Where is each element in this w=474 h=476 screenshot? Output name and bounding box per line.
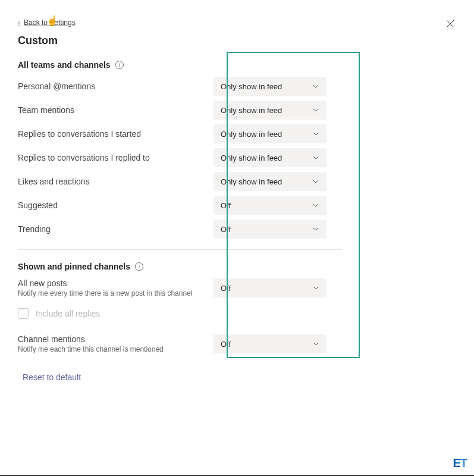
setting-row-trending: Trending Off <box>18 217 456 241</box>
chevron-down-icon <box>312 154 319 161</box>
dropdown-value: Only show in feed <box>221 130 282 139</box>
chevron-down-icon <box>312 178 319 185</box>
dropdown-value: Off <box>221 201 231 210</box>
dropdown-replies-replied[interactable]: Only show in feed <box>214 148 327 167</box>
info-icon[interactable]: i <box>115 61 124 69</box>
dropdown-trending[interactable]: Off <box>214 220 327 239</box>
dropdown-value: Off <box>221 225 231 234</box>
dropdown-replies-started[interactable]: Only show in feed <box>214 124 327 143</box>
setting-label: Replies to conversations I replied to <box>18 153 202 162</box>
section-all-teams-header: All teams and channels i <box>18 60 456 70</box>
setting-label: Channel mentions <box>18 334 202 344</box>
close-button[interactable] <box>444 18 456 30</box>
setting-row-channel-mentions: Channel mentions Notify me each time thi… <box>18 332 456 356</box>
chevron-down-icon <box>312 107 319 114</box>
chevron-down-icon <box>312 83 319 90</box>
checkbox-row-include-replies: Include all replies <box>18 308 456 319</box>
dropdown-value: Off <box>221 284 231 293</box>
setting-row-replies-replied: Replies to conversations I replied to On… <box>18 146 456 170</box>
chevron-down-icon <box>312 340 319 347</box>
setting-row-suggested: Suggested Off <box>18 193 456 217</box>
dropdown-personal-mentions[interactable]: Only show in feed <box>214 77 327 96</box>
dropdown-suggested[interactable]: Off <box>214 196 327 215</box>
section-shown-pinned-title: Shown and pinned channels <box>18 262 130 271</box>
chevron-left-icon: ‹ <box>18 18 20 27</box>
dropdown-likes[interactable]: Only show in feed <box>214 172 327 191</box>
setting-row-replies-started: Replies to conversations I started Only … <box>18 122 456 146</box>
setting-sublabel: Notify me every time there is a new post… <box>18 289 202 298</box>
setting-sublabel: Notify me each time this channel is ment… <box>18 345 202 353</box>
chevron-down-icon <box>312 284 319 292</box>
dropdown-value: Off <box>221 340 231 349</box>
back-link-label: Back to Settings <box>24 18 76 27</box>
dropdown-value: Only show in feed <box>221 106 282 115</box>
dropdown-value: Only show in feed <box>221 177 282 186</box>
setting-row-all-new-posts: All new posts Notify me every time there… <box>18 276 456 300</box>
dropdown-value: Only show in feed <box>221 82 282 91</box>
dropdown-all-new-posts[interactable]: Off <box>214 278 327 298</box>
divider <box>18 249 342 250</box>
setting-label: Suggested <box>18 201 202 210</box>
setting-label: Personal @mentions <box>18 82 202 91</box>
checkbox-label: Include all replies <box>36 309 100 318</box>
setting-label: Likes and reactions <box>18 177 202 186</box>
chevron-down-icon <box>312 202 319 209</box>
watermark: ET <box>453 456 467 470</box>
setting-label: Team mentions <box>18 105 202 115</box>
watermark-t: T <box>460 456 467 469</box>
back-to-settings-link[interactable]: ‹ Back to Settings <box>18 18 76 27</box>
setting-row-personal-mentions: Personal @mentions Only show in feed <box>18 74 456 98</box>
dropdown-team-mentions[interactable]: Only show in feed <box>214 101 327 120</box>
page-title: Custom <box>18 35 456 47</box>
setting-label: Trending <box>18 224 202 234</box>
setting-row-likes: Likes and reactions Only show in feed <box>18 170 456 193</box>
chevron-down-icon <box>312 226 319 233</box>
dropdown-channel-mentions[interactable]: Off <box>214 334 327 353</box>
checkbox-include-replies[interactable] <box>18 308 29 319</box>
section-all-teams-title: All teams and channels <box>18 60 111 70</box>
close-icon <box>446 20 454 28</box>
info-icon[interactable]: i <box>135 262 143 271</box>
dropdown-value: Only show in feed <box>221 154 282 162</box>
setting-label: Replies to conversations I started <box>18 129 202 139</box>
setting-row-team-mentions: Team mentions Only show in feed <box>18 98 456 122</box>
chevron-down-icon <box>312 130 319 137</box>
reset-to-default-link[interactable]: Reset to default <box>23 372 81 382</box>
watermark-e: E <box>453 456 460 469</box>
section-shown-pinned-header: Shown and pinned channels i <box>18 262 456 271</box>
setting-label: All new posts <box>18 278 202 288</box>
